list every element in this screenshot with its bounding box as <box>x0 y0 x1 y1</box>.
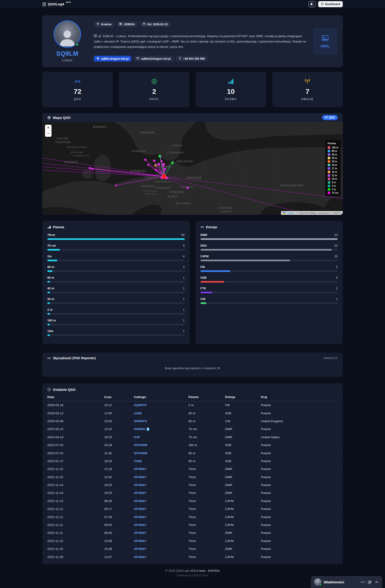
legend-label: 30 m <box>332 160 337 163</box>
qso-callsign-link[interactable]: SP2PMW <box>134 443 188 447</box>
contact-link[interactable]: sq9lm@dragon-net.pl <box>134 56 173 62</box>
chat-compose-button[interactable] <box>367 580 372 584</box>
band-label: 20 m <box>47 297 54 301</box>
profile-links: sq9lm.dragon-net.pl sq9lm@dragon-net.pl <box>94 56 306 62</box>
app-logo[interactable]: QSOLog4BETA <box>42 2 71 6</box>
qso-callsign-link[interactable]: 3ZØE <box>134 459 188 463</box>
legend-item: 20 m <box>328 164 338 166</box>
qso-callsign-link[interactable]: SP3MST <box>134 475 188 479</box>
beta-tag: BETA <box>66 1 71 3</box>
map-country-label: DENMARK <box>132 150 146 153</box>
qso-band: 80 m <box>188 420 225 423</box>
qso-date: 2022-11-11 <box>47 531 104 535</box>
qso-mode: C4FM <box>225 515 261 519</box>
zoom-in-button[interactable]: + <box>45 125 52 131</box>
qso-callsign-link[interactable]: K4P <box>134 435 188 439</box>
theme-toggle-button[interactable] <box>308 1 315 7</box>
mode-bar-track <box>201 270 338 272</box>
qso-country: Poland <box>261 555 338 559</box>
band-bar-fill <box>47 281 50 283</box>
qso-date: 2022-11-11 <box>47 523 104 527</box>
band-label: 15m <box>47 329 53 333</box>
qso-date: 2022-11-15 <box>47 475 104 479</box>
map-canvas <box>42 122 343 215</box>
band-bar-fill <box>47 238 185 240</box>
qso-callsign-link[interactable]: SQ9WTF <box>134 403 188 407</box>
qso-time: 16:20 <box>104 435 134 439</box>
bands-panel: Pasma 70cm 55 70 cm <box>42 221 190 344</box>
map-country-label: GERMANY <box>130 169 147 173</box>
legend-item: 60 m <box>328 153 338 156</box>
legend-swatch <box>328 191 330 194</box>
legend-swatch <box>328 181 330 184</box>
qso-callsign-link[interactable]: SP3MST <box>134 555 188 559</box>
mode-row: FM 5 <box>201 265 338 272</box>
attribution-text: © OpenStreetMap contributors © CARTO <box>297 211 341 214</box>
map-country-label: BELGIUM <box>71 151 83 153</box>
map-country-label: FRANCE <box>64 161 78 164</box>
stat-value: 72 <box>74 87 81 95</box>
eqsl-button[interactable]: eQSL <box>313 28 337 54</box>
chat-collapse-button[interactable] <box>374 580 379 584</box>
qso-callsign-link[interactable]: SP3MST <box>134 507 188 511</box>
contact-link[interactable]: sq9lm.dragon-net.pl <box>94 56 131 62</box>
qso-count-badge: 67 QSO <box>322 115 338 120</box>
qso-map[interactable]: NORWAY SWEDEN LATVIA LITHUANIA BELARUS U… <box>42 122 343 215</box>
chat-online-dot <box>319 583 322 586</box>
chat-options-button[interactable] <box>360 580 365 584</box>
mode-bar-track <box>201 249 338 251</box>
qso-mode: SSB <box>225 451 261 455</box>
qso-callsign-link[interactable]: SNØDN <box>134 427 188 431</box>
legend-item: 70 cm <box>328 191 338 194</box>
qso-callsign-link[interactable]: SP3MST <box>134 539 188 543</box>
legend-label: 10 m <box>332 178 337 180</box>
image-icon <box>322 35 329 42</box>
clock-icon <box>47 388 51 391</box>
messages-widget[interactable]: Wiadomości <box>311 576 382 588</box>
legend-swatch <box>328 174 330 177</box>
broadcast-icon <box>47 357 51 360</box>
leaflet-link[interactable]: Leaflet <box>287 211 294 214</box>
qso-callsign-link[interactable]: SP3MST <box>134 547 188 551</box>
qso-callsign-link[interactable]: SP3MST <box>134 515 188 519</box>
qso-time: 08:35 <box>104 499 134 503</box>
qso-callsign-link[interactable]: 3ZØE <box>134 412 188 415</box>
stat-card: 72 QSO <box>42 72 113 107</box>
qso-date: 2024-04-13 <box>47 435 104 439</box>
footer-powered-by: Powered by SQ9LM Tech <box>42 574 343 577</box>
qso-callsign-link[interactable]: SP2PMW <box>134 451 188 455</box>
dashboard-button[interactable]: Dashboard <box>318 1 343 7</box>
contact-link[interactable]: +48 504 300 966 <box>176 56 208 62</box>
legend-label: 2 m <box>332 188 336 191</box>
qso-callsign-link[interactable]: SP3MST <box>134 467 188 471</box>
qso-table-row: 2023-07-02 11:45 SP2PMW 60 m SSB Poland <box>47 449 338 457</box>
qso-callsign-link[interactable]: SP3MST <box>134 483 188 487</box>
band-bar-fill <box>47 324 50 325</box>
mode-bar-track <box>201 292 338 293</box>
bands-panel-title: Pasma <box>47 225 185 229</box>
stat-card: 10 PASMA <box>196 72 266 107</box>
band-row: 15m 1 <box>47 329 185 336</box>
qso-callsign-link[interactable]: SP3MST <box>134 531 188 535</box>
map-country-label: NETHERLANDS <box>67 146 87 148</box>
qso-date: 2022-11-14 <box>47 483 104 487</box>
satellite-dish-icon <box>98 34 102 37</box>
stat-label: DXCC <box>149 98 159 101</box>
qso-date: 2022-11-10 <box>47 547 104 551</box>
legend-label: 60 m <box>332 153 337 156</box>
qso-table-row: 2022-11-12 08:17 SP3MST 70cm C4FM Poland <box>47 505 338 513</box>
legend-item: 40 m <box>328 157 338 159</box>
zoom-out-button[interactable]: − <box>45 131 52 137</box>
qso-callsign-link[interactable]: SP3MST <box>134 523 188 527</box>
qso-time: 10:00 <box>104 420 134 423</box>
qso-time: 19:20 <box>104 491 134 495</box>
qso-band: 70cm <box>188 539 225 543</box>
qso-table-row: 2022-11-13 08:35 SP3MST 70cm C4FM Poland <box>47 497 338 505</box>
person-silhouette-icon <box>57 27 77 47</box>
qso-callsign-link[interactable]: SP9WFG <box>134 420 188 423</box>
qso-callsign-link[interactable]: SP3MST <box>134 491 188 495</box>
band-bar-fill <box>47 270 52 272</box>
legend-title: Pasma <box>328 142 338 145</box>
qso-callsign-link[interactable]: SP3MST <box>134 499 188 503</box>
legend-swatch <box>328 164 330 166</box>
